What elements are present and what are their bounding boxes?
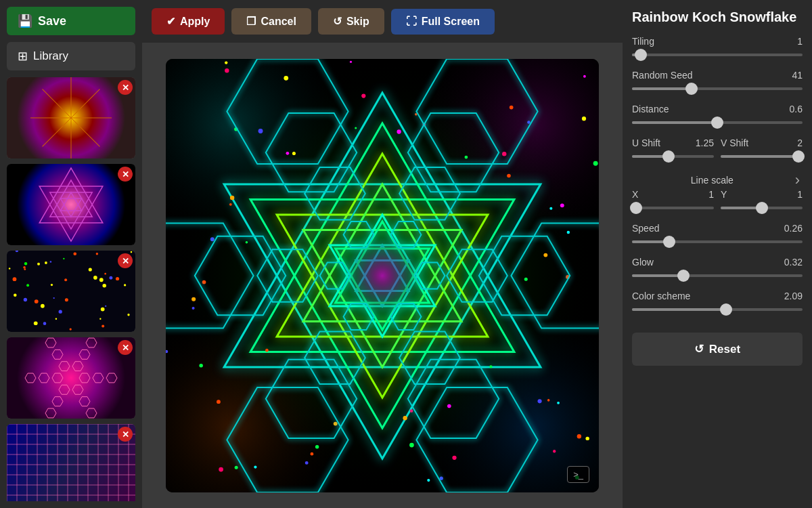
distance-value: 0.6 xyxy=(790,104,803,114)
terminal-label: >_ xyxy=(573,469,583,480)
speed-slider[interactable] xyxy=(632,240,803,243)
color-scheme-param: Color scheme 2.09 xyxy=(632,291,803,315)
tiling-slider[interactable] xyxy=(632,54,803,56)
panel-title: Rainbow Koch Snowflake xyxy=(632,9,803,25)
thumbnail-item[interactable]: ✕ xyxy=(7,164,135,245)
random-seed-param: Random Seed 41 xyxy=(632,70,803,94)
apply-check-icon: ✔ xyxy=(166,15,175,28)
u-shift-slider[interactable] xyxy=(632,155,714,158)
glow-param: Glow 0.32 xyxy=(632,257,803,281)
line-scale-next-button[interactable]: › xyxy=(792,171,803,189)
thumbnail-item[interactable]: ✕ xyxy=(7,77,135,158)
thumb-close-4[interactable]: ✕ xyxy=(118,340,133,355)
tiling-value: 1 xyxy=(797,36,803,47)
apply-button[interactable]: ✔ Apply xyxy=(152,8,225,35)
v-shift-value: 2 xyxy=(797,137,803,148)
thumb-close-5[interactable]: ✕ xyxy=(118,427,133,442)
y-label: Y xyxy=(721,189,727,200)
save-button[interactable]: Save xyxy=(7,7,135,35)
line-scale-section: Line scale › X 1 Y 1 xyxy=(632,171,803,213)
glow-slider[interactable] xyxy=(632,274,803,277)
thumbnail-item[interactable]: ✕ xyxy=(7,337,135,419)
apply-label: Apply xyxy=(180,16,210,28)
speed-value: 0.26 xyxy=(784,223,803,234)
x-col: X 1 xyxy=(632,189,714,213)
fullscreen-label: Full Screen xyxy=(422,16,480,28)
skip-icon: ↺ xyxy=(333,15,342,28)
canvas-area: >_ xyxy=(142,43,623,508)
v-shift-slider[interactable] xyxy=(721,155,803,158)
reset-label: Reset xyxy=(709,343,740,356)
toolbar: ✔ Apply ❐ Cancel ↺ Skip ⛶ Full Screen xyxy=(142,0,623,43)
tiling-param: Tiling 1 xyxy=(632,36,803,60)
random-seed-value: 41 xyxy=(792,70,803,81)
xy-row: X 1 Y 1 xyxy=(632,189,803,213)
thumb-close-1[interactable]: ✕ xyxy=(118,80,133,95)
line-scale-title: Line scale xyxy=(632,175,792,186)
y-value: 1 xyxy=(797,189,803,200)
thumbnail-list: ✕ ✕ ✕ ✕ ✕ xyxy=(7,77,135,501)
fullscreen-button[interactable]: ⛶ Full Screen xyxy=(391,9,495,35)
cancel-button[interactable]: ❐ Cancel xyxy=(231,8,311,35)
skip-label: Skip xyxy=(346,16,369,28)
thumb-close-3[interactable]: ✕ xyxy=(118,253,133,268)
color-scheme-slider[interactable] xyxy=(632,308,803,311)
save-icon xyxy=(18,14,32,28)
terminal-button[interactable]: >_ xyxy=(567,466,589,483)
sidebar: Save Library ✕ ✕ ✕ ✕ ✕ xyxy=(0,0,142,508)
color-scheme-value: 2.09 xyxy=(784,291,803,301)
shift-params: U Shift 1.25 V Shift 2 xyxy=(632,137,803,162)
v-shift-col: V Shift 2 xyxy=(721,137,803,162)
save-label: Save xyxy=(38,14,66,28)
u-shift-col: U Shift 1.25 xyxy=(632,137,714,162)
speed-param: Speed 0.26 xyxy=(632,223,803,247)
x-slider[interactable] xyxy=(632,207,714,209)
random-seed-slider[interactable] xyxy=(632,87,803,90)
u-shift-label: U Shift xyxy=(632,137,660,148)
distance-slider[interactable] xyxy=(632,121,803,124)
library-label: Library xyxy=(33,49,68,63)
fractal-canvas: >_ xyxy=(166,59,599,492)
u-shift-value: 1.25 xyxy=(696,137,714,148)
y-slider[interactable] xyxy=(721,207,803,209)
x-label: X xyxy=(632,189,638,200)
distance-label: Distance xyxy=(632,104,669,114)
thumbnail-item[interactable]: ✕ xyxy=(7,424,135,501)
thumb-close-2[interactable]: ✕ xyxy=(118,167,133,182)
grid-icon xyxy=(18,49,28,64)
color-scheme-label: Color scheme xyxy=(632,291,690,301)
reset-button[interactable]: ↺ Reset xyxy=(632,333,803,366)
skip-button[interactable]: ↺ Skip xyxy=(318,8,384,35)
library-button[interactable]: Library xyxy=(7,42,135,70)
thumbnail-item[interactable]: ✕ xyxy=(7,251,135,332)
reset-icon: ↺ xyxy=(694,342,704,356)
fullscreen-icon: ⛶ xyxy=(406,16,417,28)
glow-label: Glow xyxy=(632,257,654,268)
glow-value: 0.32 xyxy=(784,257,803,268)
speed-label: Speed xyxy=(632,223,659,234)
main-area: ✔ Apply ❐ Cancel ↺ Skip ⛶ Full Screen >_ xyxy=(142,0,623,508)
y-col: Y 1 xyxy=(721,189,803,213)
random-seed-label: Random Seed xyxy=(632,70,693,81)
x-value: 1 xyxy=(708,189,714,200)
distance-param: Distance 0.6 xyxy=(632,104,803,128)
right-panel: Rainbow Koch Snowflake Tiling 1 Random S… xyxy=(623,0,812,508)
cancel-icon: ❐ xyxy=(246,15,256,28)
v-shift-label: V Shift xyxy=(721,137,748,148)
tiling-label: Tiling xyxy=(632,36,654,47)
cancel-label: Cancel xyxy=(261,16,296,28)
